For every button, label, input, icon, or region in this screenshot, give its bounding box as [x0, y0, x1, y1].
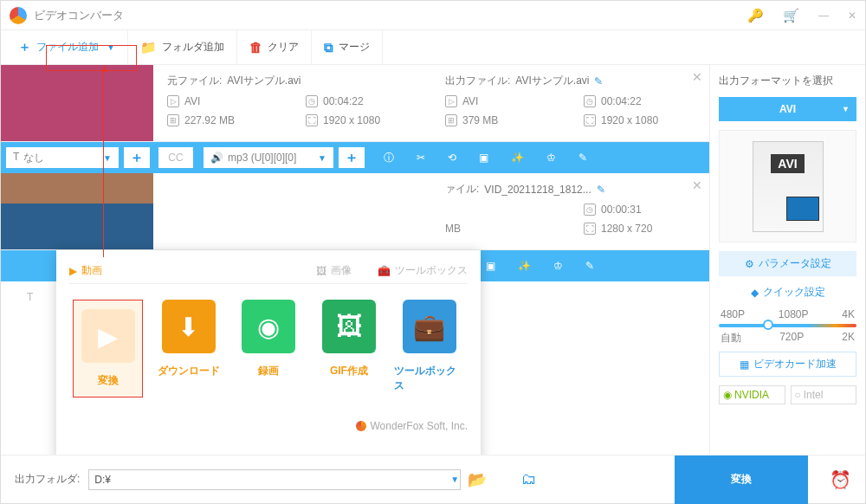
- audio-select[interactable]: 🔊mp3 (U[0][0][0]▼: [204, 147, 333, 168]
- subtitle-icon: T: [27, 291, 33, 303]
- video-icon: ▶: [69, 265, 77, 277]
- dropdown-gif[interactable]: 🖼 GIF作成: [314, 300, 385, 397]
- clock-icon: ◷: [584, 95, 596, 107]
- effect-icon[interactable]: ✨: [518, 260, 531, 272]
- dropdown-download[interactable]: ⬇ ダウンロード: [153, 300, 223, 397]
- crop-icon[interactable]: ▣: [486, 260, 495, 272]
- watermark-icon[interactable]: ♔: [546, 152, 556, 164]
- dropdown-record[interactable]: ◉ 録画: [234, 300, 304, 397]
- dropdown-footer: WonderFox Soft, Inc.: [69, 413, 468, 432]
- nvidia-badge: ◉NVIDIA: [719, 385, 785, 404]
- clock-icon: ◷: [306, 95, 318, 107]
- remove-file-button[interactable]: ✕: [692, 70, 702, 84]
- output-folder-input[interactable]: [88, 469, 461, 490]
- cut-icon[interactable]: ✂: [417, 152, 425, 164]
- add-subtitle-button[interactable]: ＋: [124, 147, 150, 168]
- tab-toolbox[interactable]: 🧰ツールボックス: [378, 263, 468, 278]
- output-folder-label: 出力フォルダ:: [15, 472, 80, 487]
- key-icon[interactable]: 🔑: [747, 8, 764, 23]
- watermark-icon[interactable]: ♔: [553, 260, 563, 272]
- source-name: AVIサンプル.avi: [227, 74, 301, 88]
- gpu-accel-button[interactable]: ▦ビデオカード加速: [719, 352, 856, 377]
- plus-icon: ＋: [18, 39, 31, 55]
- clear-label: クリア: [268, 40, 299, 55]
- edit-icon[interactable]: ✎: [578, 152, 587, 164]
- gif-icon: 🖼: [322, 300, 376, 353]
- dropdown-toolbox[interactable]: 💼 ツールボックス: [394, 300, 464, 397]
- bottom-bar: 出力フォルダ: ▼ 📂 🗂 変換 ⏰: [1, 455, 865, 503]
- format-preview: AVI: [719, 130, 856, 242]
- add-audio-button[interactable]: ＋: [339, 147, 365, 168]
- minimize-button[interactable]: —: [818, 10, 829, 22]
- intel-badge: ○Intel: [791, 385, 857, 404]
- frame-icon: [786, 197, 819, 221]
- alarm-icon[interactable]: ⏰: [830, 469, 851, 490]
- add-file-dropdown: ▶動画 🖼画像 🧰ツールボックス ▶ 変換 ⬇ ダウンロード ◉: [56, 250, 481, 455]
- main-toolbar: ＋ ファイル追加 ▼ 📁 フォルダ追加 🗑 クリア ⧉ マージ: [1, 30, 865, 65]
- add-folder-label: フォルダ追加: [162, 40, 224, 55]
- speaker-icon: 🔊: [210, 152, 223, 164]
- sidebar: 出力フォーマットを選択 AVI AVI ⚙パラメータ設定 ◆クイック設定 480…: [709, 65, 865, 455]
- info-icon[interactable]: ⓘ: [384, 151, 394, 165]
- trash-icon: 🗑: [249, 40, 262, 55]
- chevron-down-icon[interactable]: ▼: [450, 475, 459, 484]
- folder-list-button[interactable]: 🗂: [521, 470, 537, 488]
- output-name: AVIサンプル.avi: [515, 74, 589, 88]
- dropdown-convert[interactable]: ▶ 変換: [73, 300, 143, 397]
- convert-button[interactable]: 変換: [675, 456, 808, 504]
- edit-name-button[interactable]: ✎: [597, 184, 605, 196]
- open-folder-button[interactable]: 📂: [468, 470, 487, 489]
- convert-icon: ▶: [81, 309, 135, 363]
- folder-icon: 📁: [140, 40, 157, 55]
- crop-icon[interactable]: ▣: [479, 152, 488, 164]
- download-icon: ⬇: [162, 300, 216, 353]
- thumbnail[interactable]: [1, 173, 153, 249]
- edit-name-button[interactable]: ✎: [594, 75, 603, 87]
- file-toolbar: Tなし▼ ＋ CC 🔊mp3 (U[0][0][0]▼ ＋ ⓘ ✂ ⟲ ▣ ✨ …: [1, 142, 709, 173]
- merge-icon: ⧉: [324, 40, 333, 55]
- add-file-button[interactable]: ＋ ファイル追加 ▼: [6, 30, 128, 65]
- format-label: 出力フォーマットを選択: [719, 74, 856, 88]
- tab-video[interactable]: ▶動画: [69, 263, 102, 278]
- chip-icon: ▦: [740, 359, 749, 371]
- clear-button[interactable]: 🗑 クリア: [237, 30, 312, 65]
- parameter-settings-button[interactable]: ⚙パラメータ設定: [719, 251, 856, 276]
- rotate-icon[interactable]: ⟲: [448, 152, 456, 164]
- add-file-label: ファイル追加: [36, 40, 99, 55]
- size-icon: ⊞: [445, 114, 457, 126]
- merge-label: マージ: [339, 40, 370, 55]
- thumbnail[interactable]: [1, 65, 153, 141]
- cc-button[interactable]: CC: [158, 147, 193, 168]
- titlebar: ビデオコンバータ 🔑 🛒 — ✕: [1, 1, 865, 30]
- chevron-down-icon: ▼: [107, 42, 115, 52]
- add-folder-button[interactable]: 📁 フォルダ追加: [128, 30, 237, 65]
- clock-icon: ◷: [584, 204, 596, 216]
- file-row: ✕ 元ファイル: AVIサンプル.avi ▷AVI ◷00:04:22 ⊞227…: [1, 65, 709, 142]
- source-label: 元ファイル:: [167, 74, 222, 88]
- format-icon: ▷: [167, 95, 179, 107]
- edit-icon[interactable]: ✎: [585, 260, 594, 272]
- format-select-button[interactable]: AVI: [719, 97, 856, 121]
- output-label: 出力ファイル:: [445, 74, 510, 88]
- tab-image[interactable]: 🖼画像: [316, 263, 352, 278]
- close-button[interactable]: ✕: [848, 10, 856, 22]
- avi-badge: AVI: [771, 154, 804, 173]
- size-icon: ⊞: [167, 114, 179, 126]
- toolbox-icon: 🧰: [378, 265, 391, 277]
- resolution-icon: ⛶: [584, 223, 596, 235]
- quality-slider[interactable]: 480P1080P4K 自動720P2K: [719, 308, 856, 343]
- image-icon: 🖼: [316, 265, 326, 277]
- quick-setting-label: ◆クイック設定: [719, 285, 856, 300]
- subtitle-icon: T: [13, 151, 19, 165]
- effect-icon[interactable]: ✨: [511, 152, 524, 164]
- file-row: ✕ ァイル: VID_20211218_1812... ✎ ◷00:00:31 …: [1, 173, 709, 250]
- resolution-icon: ⛶: [306, 114, 318, 126]
- resolution-icon: ⛶: [584, 114, 596, 126]
- wonderfox-logo: [356, 421, 366, 431]
- merge-button[interactable]: ⧉ マージ: [312, 30, 383, 65]
- subtitle-select[interactable]: Tなし▼: [6, 147, 119, 168]
- remove-file-button[interactable]: ✕: [692, 178, 702, 192]
- app-logo: [10, 7, 27, 24]
- format-icon: ▷: [445, 95, 457, 107]
- cart-icon[interactable]: 🛒: [783, 8, 799, 23]
